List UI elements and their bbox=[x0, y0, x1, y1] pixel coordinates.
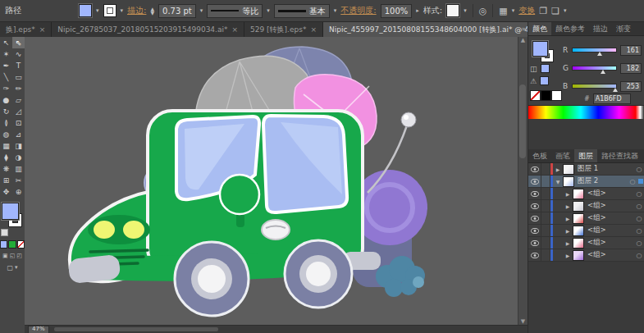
in-gamut-swatch[interactable] bbox=[540, 76, 549, 85]
screen-mode-icon[interactable]: ▢ bbox=[7, 264, 13, 271]
default-fill-stroke-icon[interactable] bbox=[1, 229, 8, 236]
layers-panel-tab-图层[interactable]: 图层 bbox=[574, 149, 597, 162]
document-tab[interactable]: 529 [转换].eps*× bbox=[244, 22, 323, 37]
layer-row[interactable]: ▶<组>○ bbox=[528, 225, 644, 237]
color-panel-tab-渐变[interactable]: 渐变 bbox=[612, 22, 635, 35]
blend-tool[interactable]: ◑ bbox=[12, 152, 25, 163]
draw-inside-icon[interactable]: ◰ bbox=[16, 253, 22, 259]
transform-panel-link[interactable]: 变换 bbox=[518, 5, 535, 16]
visibility-eye-icon[interactable] bbox=[528, 237, 541, 249]
layer-thumbnail[interactable] bbox=[563, 164, 574, 175]
layer-name[interactable]: <组> bbox=[587, 213, 633, 223]
front-wheel[interactable] bbox=[175, 242, 249, 316]
target-circle-icon[interactable]: ○ bbox=[633, 239, 644, 247]
gradient-mode-button[interactable] bbox=[8, 240, 16, 249]
scroll-down-icon[interactable]: ▼ bbox=[518, 318, 528, 325]
type-tool[interactable]: T bbox=[12, 60, 25, 71]
stroke-width-stepper[interactable]: ▲▼ bbox=[150, 7, 154, 15]
layer-thumbnail[interactable] bbox=[573, 213, 584, 224]
expand-arrow-icon[interactable]: ▶ bbox=[563, 216, 573, 221]
visibility-eye-icon[interactable] bbox=[528, 225, 541, 236]
recolor-artwork-icon[interactable]: ◎ bbox=[479, 6, 487, 16]
brush-definition-select[interactable]: 基本 bbox=[274, 4, 330, 18]
chevron-down-icon[interactable]: ▾ bbox=[564, 7, 567, 14]
expand-arrow-icon[interactable]: ▶ bbox=[563, 191, 573, 197]
horizontal-scrollbar[interactable] bbox=[54, 327, 218, 331]
align-options-icon[interactable]: ▦ bbox=[499, 6, 507, 16]
out-of-web-warning[interactable]: ◫ bbox=[530, 64, 550, 73]
side-window[interactable] bbox=[263, 116, 347, 212]
channel-slider[interactable] bbox=[572, 48, 616, 52]
chevron-down-icon[interactable]: ▾ bbox=[512, 7, 515, 14]
layer-row[interactable]: ▶<组>○ bbox=[528, 237, 644, 249]
scrollbar-thumb[interactable] bbox=[519, 84, 526, 158]
layer-name[interactable]: <组> bbox=[587, 189, 633, 198]
layer-row[interactable]: ▶<组>○ bbox=[528, 200, 644, 212]
expand-arrow-icon[interactable]: ▼ bbox=[553, 179, 563, 185]
expand-arrow-icon[interactable]: ▶ bbox=[563, 253, 573, 258]
chevron-down-icon[interactable]: ▾ bbox=[334, 7, 337, 14]
layer-row[interactable]: ▶图层 1○ bbox=[528, 163, 644, 176]
column-graph-tool[interactable]: ▥ bbox=[12, 163, 25, 175]
out-of-gamut-warning[interactable]: ⚠ bbox=[530, 76, 549, 85]
layer-row[interactable]: ▶<组>○ bbox=[528, 212, 644, 225]
layer-name[interactable]: <组> bbox=[587, 238, 633, 248]
hex-value-field[interactable]: A1B6FD bbox=[593, 94, 631, 104]
lock-column[interactable] bbox=[541, 163, 550, 175]
black-swatch[interactable] bbox=[541, 90, 551, 101]
layer-thumbnail[interactable] bbox=[563, 176, 574, 187]
visibility-eye-icon[interactable] bbox=[528, 249, 541, 261]
hand-tool[interactable]: ✥ bbox=[0, 186, 12, 198]
layer-name[interactable]: 图层 1 bbox=[578, 164, 633, 174]
document-tab[interactable]: 换].eps*× bbox=[0, 22, 52, 37]
headlight[interactable] bbox=[88, 215, 150, 244]
draw-normal-icon[interactable]: ▣ bbox=[2, 253, 8, 259]
expand-arrow-icon[interactable]: ▶ bbox=[563, 240, 573, 246]
rotate-tool[interactable]: ↻ bbox=[0, 106, 12, 117]
layer-thumbnail[interactable] bbox=[573, 201, 584, 212]
visibility-eye-icon[interactable] bbox=[528, 163, 541, 175]
fill-indicator-swatch[interactable] bbox=[2, 203, 19, 220]
layer-thumbnail[interactable] bbox=[573, 189, 584, 199]
layer-row[interactable]: ▶<组>○ bbox=[528, 188, 644, 200]
tab-close-icon[interactable]: × bbox=[310, 25, 317, 34]
visibility-eye-icon[interactable] bbox=[528, 188, 541, 199]
fill-color-swatch[interactable] bbox=[79, 4, 92, 17]
canvas[interactable]: ▲ ▼ 47% bbox=[25, 37, 528, 333]
color-panel-tab-描边[interactable]: 描边 bbox=[589, 22, 612, 35]
distribute-icon[interactable]: ❏ bbox=[551, 6, 560, 16]
channel-slider[interactable] bbox=[572, 84, 616, 89]
chevron-down-icon[interactable]: ▾ bbox=[464, 7, 467, 14]
eyedropper-tool[interactable]: ⧫ bbox=[0, 152, 12, 163]
lock-column[interactable] bbox=[541, 225, 550, 236]
expand-arrow-icon[interactable]: ▶ bbox=[563, 203, 573, 209]
opacity-field[interactable]: 100% bbox=[381, 4, 413, 18]
lock-column[interactable] bbox=[541, 200, 550, 212]
pen-tool[interactable]: ✒ bbox=[0, 60, 12, 71]
tab-close-icon[interactable]: × bbox=[39, 25, 46, 34]
direct-selection-tool[interactable]: ⇖ bbox=[12, 37, 25, 48]
color-mode-button[interactable] bbox=[0, 240, 7, 249]
layer-thumbnail[interactable] bbox=[573, 250, 584, 261]
rear-wheel[interactable] bbox=[285, 240, 352, 308]
eraser-tool[interactable]: ▱ bbox=[12, 94, 25, 106]
color-panel-tab-颜色参考[interactable]: 颜色参考 bbox=[551, 22, 589, 35]
artboard-tool[interactable]: ⊞ bbox=[0, 175, 12, 186]
chevron-down-icon[interactable]: ▾ bbox=[96, 7, 99, 14]
perspective-grid-tool[interactable]: ⊿ bbox=[12, 129, 25, 140]
stroke-color-swatch[interactable] bbox=[103, 4, 116, 17]
target-circle-icon[interactable]: ○ bbox=[633, 190, 644, 198]
blob-brush-tool[interactable]: ● bbox=[0, 94, 12, 106]
layers-panel-tab-色板[interactable]: 色板 bbox=[528, 149, 551, 162]
layer-thumbnail[interactable] bbox=[573, 238, 584, 249]
chevron-down-icon[interactable]: ▾ bbox=[267, 7, 270, 14]
vertical-scrollbar[interactable]: ▲ ▼ bbox=[518, 37, 528, 325]
visibility-eye-icon[interactable] bbox=[528, 176, 541, 187]
play-arrow-icon[interactable]: ▸ bbox=[416, 7, 419, 14]
channel-value-field[interactable]: 182 bbox=[620, 63, 642, 74]
paintbrush-tool[interactable]: ✑ bbox=[0, 83, 12, 94]
visibility-eye-icon[interactable] bbox=[528, 200, 541, 212]
layer-thumbnail[interactable] bbox=[573, 226, 584, 236]
selection-tool[interactable]: ↖ bbox=[0, 37, 12, 48]
document-tab[interactable]: Nipic_26785037_20180515203915499034.ai*× bbox=[52, 22, 244, 37]
